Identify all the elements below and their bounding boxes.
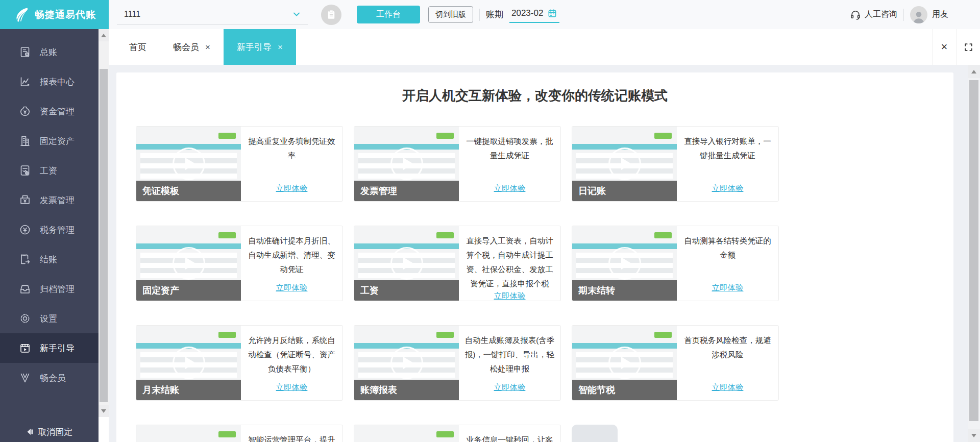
play-icon[interactable] (390, 148, 423, 180)
video-thumbnail[interactable]: 智能节税 (572, 326, 677, 400)
card-description-area: 业务信息一键秒回，让客 (459, 425, 560, 442)
switch-old-version-button[interactable]: 切到旧版 (428, 6, 473, 23)
scroll-up-arrow[interactable] (968, 65, 980, 78)
play-icon[interactable] (608, 247, 641, 280)
video-thumbnail[interactable]: 月末结账 (136, 326, 241, 400)
close-tab-icon[interactable]: × (205, 43, 210, 52)
close-panel-icon[interactable]: × (932, 29, 956, 65)
sidebar-item-label: 总账 (40, 46, 57, 58)
sidebar-scrollbar (99, 29, 109, 442)
thumbnail-mock-button (436, 332, 454, 338)
try-now-link[interactable]: 立即体验 (494, 183, 526, 194)
card-description: 提高重复业务填制凭证效率 (246, 134, 337, 163)
play-icon[interactable] (608, 347, 641, 379)
sidebar-item-fixed-assets[interactable]: 固定资产 (0, 126, 99, 156)
video-caption: 月末结账 (136, 380, 241, 400)
sidebar-item-member[interactable]: 畅会员 (0, 363, 99, 392)
play-icon[interactable] (390, 347, 423, 379)
tab-label: 新手引导 (237, 41, 272, 53)
period-picker[interactable]: 2023-02 (509, 6, 559, 23)
clipboard-icon[interactable] (321, 5, 341, 25)
thumbnail-mock-button (654, 332, 672, 338)
video-thumbnail[interactable] (136, 425, 241, 442)
video-thumbnail[interactable]: 凭证模板 (136, 127, 241, 201)
chevron-down-icon (291, 9, 302, 19)
video-thumbnail[interactable] (354, 425, 459, 442)
sidebar-item-tax-management[interactable]: 税务管理 (0, 215, 99, 244)
play-icon[interactable] (390, 247, 423, 280)
card-description-area: 自动准确计提本月折旧、自动生成新增、清理、变动凭证 立即体验 (241, 226, 342, 301)
feature-card: 固定资产 自动准确计提本月折旧、自动生成新增、清理、变动凭证 立即体验 (136, 226, 343, 301)
try-now-link[interactable]: 立即体验 (276, 283, 308, 293)
feature-card: 工资 直接导入工资表，自动计算个税，自动生成计提工资、社保公积金、发放工资凭证，… (354, 226, 561, 301)
user-menu[interactable]: 用友 (910, 6, 948, 23)
sidebar-item-label: 设置 (40, 313, 57, 325)
accounting-period: 账期 2023-02 (486, 6, 559, 23)
account-select[interactable]: 1111 (117, 5, 308, 25)
human-consult-button[interactable]: 人工咨询 (850, 9, 897, 20)
funds-icon (19, 105, 31, 117)
sidebar-item-funds-management[interactable]: 资金管理 (0, 96, 99, 126)
scroll-down-arrow[interactable] (968, 429, 980, 442)
video-thumbnail[interactable]: 发票管理 (354, 127, 459, 201)
user-name: 用友 (932, 9, 948, 20)
play-icon[interactable] (608, 148, 641, 180)
video-thumbnail[interactable]: 固定资产 (136, 226, 241, 301)
video-caption: 期末结转 (572, 280, 677, 301)
unpin-sidebar-button[interactable]: 取消固定 (0, 422, 99, 442)
page-scrollbar[interactable] (968, 65, 980, 442)
scroll-down-arrow[interactable] (99, 405, 109, 417)
salary-icon (19, 164, 31, 177)
sidebar-item-label: 新手引导 (40, 342, 75, 354)
calendar-icon (547, 8, 557, 18)
card-description-area: 一键提取进销项发票，批量生成凭证 立即体验 (459, 127, 560, 201)
play-icon[interactable] (173, 148, 205, 180)
video-thumbnail[interactable]: 日记账 (572, 127, 677, 201)
account-select-value: 1111 (124, 10, 140, 19)
page-scrollbar-thumb[interactable] (969, 80, 978, 421)
tab-home[interactable]: 首页 (116, 29, 160, 65)
scroll-up-arrow[interactable] (99, 29, 109, 41)
top-bar: 畅捷通易代账 1111 工作台 切到旧版 账期 2023-02 (0, 0, 980, 29)
sidebar-item-label: 发票管理 (40, 194, 75, 206)
try-now-link[interactable]: 立即体验 (494, 382, 526, 393)
guide-content: 开启人机交互新体验，改变你的传统记账模式 凭证模板 提高重复业务填制凭证效率 立… (109, 65, 980, 442)
sidebar-item-closing[interactable]: 结账 (0, 244, 99, 274)
video-caption: 日记账 (572, 181, 677, 201)
tab-member[interactable]: 畅会员 × (160, 29, 224, 65)
workbench-button[interactable]: 工作台 (357, 6, 420, 23)
card-description-area: 首页税务风险检查，规避涉税风险 立即体验 (677, 326, 778, 400)
sidebar-item-beginner-guide[interactable]: 新手引导 (0, 333, 99, 363)
invoice-icon (19, 194, 31, 206)
play-icon[interactable] (173, 247, 205, 280)
sidebar-item-salary[interactable]: 工资 (0, 156, 99, 185)
tab-beginner-guide[interactable]: 新手引导 × (224, 29, 296, 65)
sidebar-item-archive-management[interactable]: 归档管理 (0, 274, 99, 304)
card-description: 一键提取进销项发票，批量生成凭证 (464, 134, 555, 163)
try-now-link[interactable]: 立即体验 (712, 382, 744, 393)
try-now-link[interactable]: 立即体验 (276, 183, 308, 194)
try-now-link[interactable]: 立即体验 (712, 183, 744, 194)
try-now-link[interactable]: 立即体验 (712, 283, 744, 293)
guide-panel: 开启人机交互新体验，改变你的传统记账模式 凭证模板 提高重复业务填制凭证效率 立… (116, 72, 953, 442)
unpin-label: 取消固定 (38, 426, 73, 438)
card-description-area: 提高重复业务填制凭证效率 立即体验 (241, 127, 342, 201)
try-now-link[interactable]: 立即体验 (276, 382, 308, 393)
video-thumbnail[interactable]: 账簿报表 (354, 326, 459, 400)
sidebar-item-general-ledger[interactable]: 总账 (0, 37, 99, 67)
feature-card: 账簿报表 自动生成账簿及报表(含季报)，一键打印、导出，轻松处理申报 立即体验 (354, 325, 561, 401)
sidebar-item-invoice-management[interactable]: 发票管理 (0, 185, 99, 215)
sidebar: 总账 报表中心 资金管理 固定资产 工资 发票管理 税务管理 结 (0, 29, 109, 442)
play-icon[interactable] (173, 347, 205, 379)
brand-logo: 畅捷通易代账 (0, 0, 109, 29)
sidebar-item-report-center[interactable]: 报表中心 (0, 67, 99, 96)
sidebar-item-settings[interactable]: 设置 (0, 304, 99, 333)
sidebar-item-label: 报表中心 (40, 76, 75, 88)
video-thumbnail[interactable]: 期末结转 (572, 226, 677, 301)
video-thumbnail[interactable]: 工资 (354, 226, 459, 301)
fullscreen-icon[interactable] (956, 29, 980, 65)
card-description-area: 自动测算各结转类凭证的金额 立即体验 (677, 226, 778, 301)
try-now-link[interactable]: 立即体验 (494, 291, 526, 301)
close-tab-icon[interactable]: × (278, 43, 283, 52)
sidebar-scrollbar-thumb[interactable] (100, 69, 108, 402)
